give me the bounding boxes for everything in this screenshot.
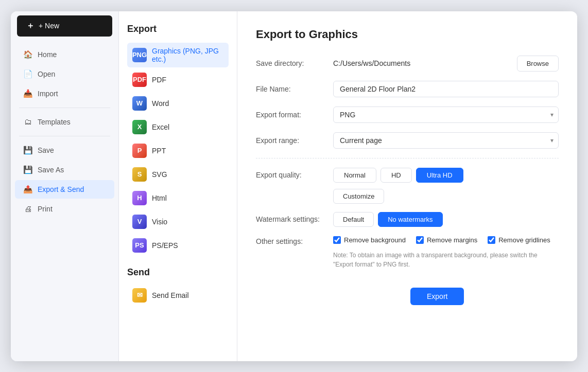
note-text: Note: To obtain an image with a transpar… <box>333 251 559 269</box>
export-format-label: Export format: <box>256 111 333 119</box>
export-item-pdf[interactable]: PDF PDF <box>127 68 229 91</box>
new-button-label: + New <box>39 22 59 30</box>
sidebar-item-save[interactable]: 💾 Save <box>15 141 114 160</box>
save-icon: 💾 <box>23 146 32 155</box>
quality-buttons-group: Normal HD Ultra HD <box>333 168 463 183</box>
checkboxes-group: Remove background Remove margins Remove … <box>333 236 550 244</box>
sidebar-item-open[interactable]: 📄 Open <box>15 65 114 83</box>
other-settings-row: Other settings: Remove background Remove… <box>256 236 559 245</box>
print-icon: 🖨 <box>23 204 32 214</box>
export-range-label: Export range: <box>256 136 333 145</box>
sidebar-divider-1 <box>19 108 110 108</box>
export-item-pseps[interactable]: PS PS/EPS <box>127 234 229 257</box>
export-quality-row: Export quality: Normal HD Ultra HD <box>256 168 559 183</box>
sidebar-item-save-as[interactable]: 💾 Save As <box>15 161 114 179</box>
file-name-label: File Name: <box>256 85 333 93</box>
export-send-icon: 📤 <box>23 185 32 194</box>
remove-gridlines-input[interactable] <box>488 236 495 244</box>
content-panel: Export to Graphics Save directory: C:/Us… <box>237 11 577 361</box>
watermark-buttons-group: Default No watermarks <box>333 212 443 227</box>
middle-panel: Export PNG Graphics (PNG, JPG etc.) PDF … <box>119 11 237 361</box>
quality-normal-button[interactable]: Normal <box>333 168 376 183</box>
save-directory-label: Save directory: <box>256 59 333 67</box>
visio-icon: V <box>132 215 147 229</box>
remove-margins-label: Remove margins <box>427 236 477 244</box>
export-quality-label: Export quality: <box>256 171 333 179</box>
templates-icon: 🗂 <box>23 117 32 127</box>
remove-gridlines-checkbox[interactable]: Remove gridlines <box>488 236 550 244</box>
sidebar: ＋ + New 🏠 Home 📄 Open 📥 Import 🗂 Templat… <box>11 11 119 361</box>
export-format-select[interactable]: PNG JPG BMP GIF <box>333 107 559 123</box>
remove-gridlines-label: Remove gridlines <box>498 236 550 244</box>
export-item-excel[interactable]: X Excel <box>127 116 229 138</box>
export-format-select-wrapper: PNG JPG BMP GIF ▾ <box>333 107 559 123</box>
export-pdf-label: PDF <box>152 76 166 84</box>
email-icon: ✉ <box>132 288 147 303</box>
other-settings-label: Other settings: <box>256 236 333 245</box>
home-icon: 🏠 <box>23 50 32 59</box>
watermark-none-button[interactable]: No watermarks <box>378 212 442 227</box>
svg-icon: S <box>132 167 147 182</box>
save-directory-row: Save directory: C:/Users/ws/Documents Br… <box>256 56 559 72</box>
export-item-ppt[interactable]: P PPT <box>127 139 229 162</box>
customize-button[interactable]: Customize <box>333 189 384 204</box>
export-graphics-label: Graphics (PNG, JPG etc.) <box>152 47 223 63</box>
new-button[interactable]: ＋ + New <box>17 15 112 37</box>
export-excel-label: Excel <box>152 123 169 131</box>
sidebar-item-templates[interactable]: 🗂 Templates <box>15 113 114 131</box>
divider <box>256 158 559 158</box>
watermark-default-button[interactable]: Default <box>333 212 374 227</box>
sidebar-item-print[interactable]: 🖨 Print <box>15 200 114 218</box>
export-visio-label: Visio <box>152 218 167 226</box>
save-as-icon: 💾 <box>23 165 32 174</box>
sidebar-import-label: Import <box>38 90 58 98</box>
export-item-svg[interactable]: S SVG <box>127 163 229 186</box>
watermark-label: Watermark settings: <box>256 215 333 223</box>
file-name-row: File Name: <box>256 81 559 97</box>
quality-ultra-hd-button[interactable]: Ultra HD <box>416 168 463 183</box>
sidebar-export-label: Export & Send <box>38 185 84 193</box>
content-title: Export to Graphics <box>256 28 559 41</box>
app-window: ＋ + New 🏠 Home 📄 Open 📥 Import 🗂 Templat… <box>11 11 577 361</box>
export-pseps-label: PS/EPS <box>152 241 178 250</box>
export-item-email[interactable]: ✉ Send Email <box>127 284 229 307</box>
export-ppt-label: PPT <box>152 147 166 155</box>
browse-button[interactable]: Browse <box>517 56 559 72</box>
remove-margins-checkbox[interactable]: Remove margins <box>416 236 477 244</box>
pseps-icon: PS <box>132 238 147 253</box>
export-item-graphics[interactable]: PNG Graphics (PNG, JPG etc.) <box>127 43 229 67</box>
remove-background-label: Remove background <box>344 236 406 244</box>
export-item-word[interactable]: W Word <box>127 92 229 115</box>
plus-icon: ＋ <box>26 21 34 31</box>
export-section-title: Export <box>127 24 229 34</box>
ppt-icon: P <box>132 144 147 158</box>
save-directory-value: C:/Users/ws/Documents <box>333 56 511 71</box>
sidebar-item-export-send[interactable]: 📤 Export & Send <box>15 180 114 199</box>
export-item-html[interactable]: H Html <box>127 187 229 209</box>
sidebar-save-label: Save <box>38 146 54 154</box>
word-icon: W <box>132 96 147 111</box>
sidebar-item-home[interactable]: 🏠 Home <box>15 45 114 64</box>
export-button[interactable]: Export <box>410 288 464 305</box>
quality-hd-button[interactable]: HD <box>381 168 412 183</box>
send-section-title: Send <box>127 267 229 278</box>
remove-background-input[interactable] <box>333 236 341 244</box>
export-item-visio[interactable]: V Visio <box>127 210 229 233</box>
import-icon: 📥 <box>23 89 32 98</box>
sidebar-templates-label: Templates <box>38 118 71 126</box>
remove-background-checkbox[interactable]: Remove background <box>333 236 406 244</box>
export-range-select[interactable]: Current page All pages Selected pages <box>333 132 559 149</box>
sidebar-item-import[interactable]: 📥 Import <box>15 84 114 103</box>
sidebar-divider-2 <box>19 136 110 136</box>
graphics-icon: PNG <box>132 48 147 62</box>
export-format-row: Export format: PNG JPG BMP GIF ▾ <box>256 107 559 123</box>
export-html-label: Html <box>152 194 167 202</box>
html-icon: H <box>132 191 147 205</box>
watermark-row: Watermark settings: Default No watermark… <box>256 212 559 227</box>
export-range-row: Export range: Current page All pages Sel… <box>256 132 559 149</box>
remove-margins-input[interactable] <box>416 236 424 244</box>
file-name-input[interactable] <box>333 81 559 97</box>
sidebar-home-label: Home <box>38 50 57 59</box>
sidebar-open-label: Open <box>38 70 55 78</box>
sidebar-save-as-label: Save As <box>38 166 64 174</box>
